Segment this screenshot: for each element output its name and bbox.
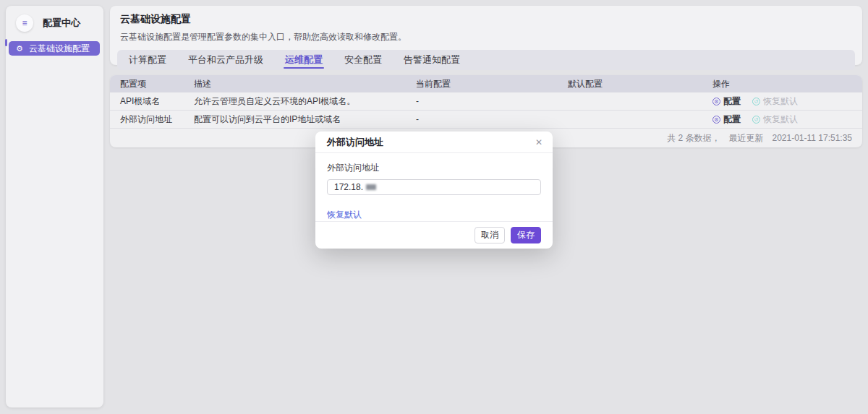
page-title: 云基础设施配置: [120, 13, 855, 26]
config-button-label: 配置: [723, 113, 741, 126]
tab-alert-notification-config[interactable]: 告警通知配置: [404, 50, 460, 70]
col-header-default-config: 默认配置: [568, 78, 712, 90]
config-button[interactable]: ⚙ 配置: [712, 95, 741, 108]
close-icon[interactable]: ✕: [535, 137, 542, 147]
modal-body: 外部访问地址 172.18. 恢复默认: [315, 153, 553, 221]
page-description: 云基础设施配置是管理配置参数的集中入口，帮助您高效读取和修改配置。: [120, 31, 855, 43]
cell-config-item: API根域名: [120, 95, 194, 108]
external-access-address-modal: 外部访问地址 ✕ 外部访问地址 172.18. 恢复默认 取消 保存: [315, 131, 553, 249]
restore-default-button[interactable]: ↺ 恢复默认: [752, 95, 798, 108]
col-header-operations: 操作: [712, 78, 852, 90]
sidebar-item-label: 云基础设施配置: [29, 43, 90, 55]
modal-header: 外部访问地址 ✕: [315, 131, 553, 153]
cancel-button[interactable]: 取消: [475, 227, 505, 243]
tab-security-config[interactable]: 安全配置: [344, 50, 382, 70]
external-address-field-label: 外部访问地址: [327, 162, 541, 174]
cell-operations: ⚙ 配置 ↺ 恢复默认: [712, 113, 852, 126]
sidebar: ≡ 配置中心 ⚙ 云基础设施配置: [6, 6, 103, 407]
last-updated-label: 最近更新: [728, 132, 763, 145]
col-header-config-item: 配置项: [120, 78, 194, 90]
config-button-label: 配置: [723, 95, 741, 108]
cell-description: 允许云管理员自定义云环境的API根域名。: [194, 95, 416, 108]
restore-default-link[interactable]: 恢复默认: [327, 209, 362, 221]
modal-footer: 取消 保存: [315, 221, 553, 249]
config-gear-icon: ⚙: [712, 116, 720, 124]
restore-button-label: 恢复默认: [763, 95, 798, 108]
masked-ip-segment: [366, 184, 376, 190]
restore-reset-icon: ↺: [752, 116, 760, 124]
restore-default-button[interactable]: ↺ 恢复默认: [752, 113, 798, 126]
save-button[interactable]: 保存: [511, 227, 541, 243]
tab-bar: 计算配置 平台和云产品升级 运维配置 安全配置 告警通知配置: [117, 50, 855, 70]
gear-icon: ⚙: [16, 45, 23, 53]
external-address-value: 172.18.: [334, 182, 363, 192]
config-button[interactable]: ⚙ 配置: [712, 113, 741, 126]
sidebar-header: ≡ 配置中心: [6, 6, 103, 32]
menu-icon: ≡: [22, 18, 27, 28]
config-gear-icon: ⚙: [712, 98, 720, 105]
table-row: API根域名 允许云管理员自定义云环境的API根域名。 - ⚙ 配置 ↺ 恢复默…: [110, 92, 862, 111]
header-card: 云基础设施配置 云基础设施配置是管理配置参数的集中入口，帮助您高效读取和修改配置…: [110, 6, 862, 65]
active-item-accent-bar: [5, 39, 7, 46]
col-header-description: 描述: [194, 78, 416, 90]
sidebar-title: 配置中心: [43, 17, 80, 30]
tab-platform-upgrade[interactable]: 平台和云产品升级: [188, 50, 263, 70]
col-header-current-config: 当前配置: [416, 78, 568, 90]
cell-operations: ⚙ 配置 ↺ 恢复默认: [712, 95, 852, 108]
restore-button-label: 恢复默认: [763, 113, 798, 126]
cell-current-config: -: [416, 114, 568, 124]
modal-title: 外部访问地址: [327, 136, 383, 149]
restore-reset-icon: ↺: [752, 98, 760, 105]
cell-description: 配置可以访问到云平台的IP地址或域名: [194, 113, 416, 126]
tab-compute-config[interactable]: 计算配置: [129, 50, 166, 70]
row-count: 共 2 条数据，: [667, 132, 720, 145]
sidebar-item-cloud-infrastructure-config[interactable]: ⚙ 云基础设施配置: [9, 41, 100, 56]
tab-ops-config[interactable]: 运维配置: [285, 50, 323, 70]
menu-toggle-button[interactable]: ≡: [16, 14, 33, 32]
table-row: 外部访问地址 配置可以访问到云平台的IP地址或域名 - ⚙ 配置 ↺ 恢复默认: [110, 111, 862, 129]
cell-current-config: -: [416, 96, 568, 106]
table-header-row: 配置项 描述 当前配置 默认配置 操作: [110, 75, 862, 92]
cell-config-item: 外部访问地址: [120, 113, 194, 126]
last-updated-time: 2021-01-11 17:51:35: [772, 133, 852, 143]
external-address-input[interactable]: 172.18.: [327, 179, 541, 195]
